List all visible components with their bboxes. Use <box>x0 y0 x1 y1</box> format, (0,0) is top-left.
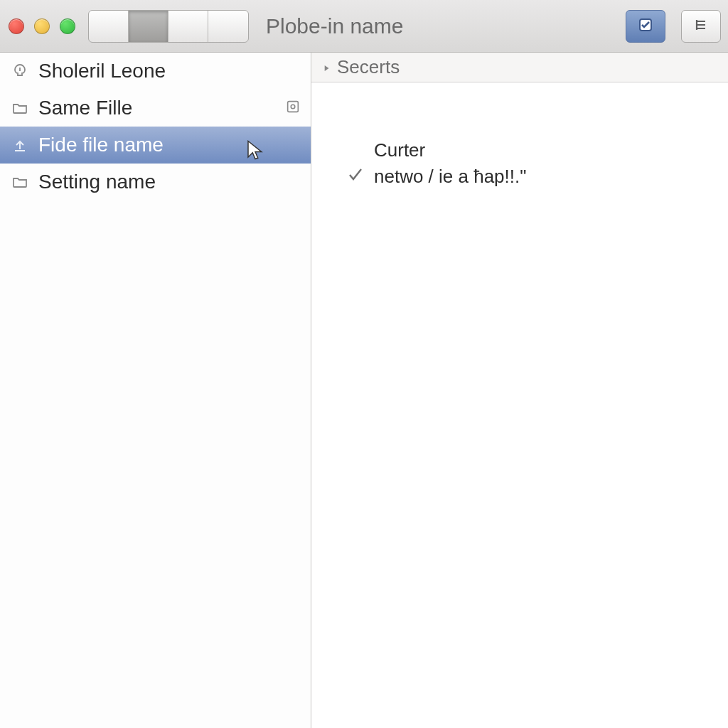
content-line: netwo / ie a ħap!!." <box>347 166 692 188</box>
view-segmented-control <box>88 10 249 43</box>
svg-point-6 <box>291 105 295 109</box>
sidebar-item-label: Sholeril Leone <box>38 60 166 82</box>
window-title: Plobe-in name <box>262 14 613 38</box>
close-window-button[interactable] <box>9 18 24 34</box>
zoom-window-button[interactable] <box>60 18 75 34</box>
preview-icon <box>285 97 301 119</box>
sidebar: Sholeril Leone Same Fille Fide file name… <box>0 53 311 728</box>
download-view-button[interactable] <box>89 11 129 42</box>
svg-rect-5 <box>288 102 299 112</box>
sidebar-item-label: Same Fille <box>38 97 132 119</box>
sidebar-item-label: Setting name <box>38 171 156 193</box>
sound-button[interactable] <box>208 11 248 42</box>
checkbox-checked-icon <box>637 16 654 36</box>
content-pane: Secerts Curter netwo / ie a ħap!!." <box>311 53 728 728</box>
menu-icon <box>692 16 710 36</box>
content-body: Curter netwo / ie a ħap!!." <box>311 82 728 245</box>
checkmark-icon <box>347 166 364 188</box>
window-controls <box>9 18 75 34</box>
folder-icon <box>10 172 30 192</box>
toolbar-right-buttons <box>626 10 721 43</box>
content-line-text: netwo / ie a ħap!!." <box>374 166 526 188</box>
sidebar-item-sholeril[interactable]: Sholeril Leone <box>0 53 311 90</box>
checkbox-toggle-button[interactable] <box>626 10 665 43</box>
folder-icon <box>10 98 30 118</box>
disclosure-triangle-icon <box>321 56 331 78</box>
sidebar-item-fide-file[interactable]: Fide file name <box>0 127 311 164</box>
upload-icon <box>10 135 30 155</box>
section-header-label: Secerts <box>337 56 400 78</box>
minimize-window-button[interactable] <box>34 18 50 34</box>
grid-view-button[interactable] <box>129 11 168 42</box>
main-split: Sholeril Leone Same Fille Fide file name… <box>0 53 728 728</box>
content-title: Curter <box>374 139 692 161</box>
menu-button[interactable] <box>681 10 721 43</box>
text-cursor-view-button[interactable] <box>168 11 208 42</box>
pointer-icon <box>10 61 30 81</box>
toolbar: Plobe-in name <box>0 0 728 53</box>
sidebar-item-same-fille[interactable]: Same Fille <box>0 90 311 127</box>
section-header[interactable]: Secerts <box>311 53 728 82</box>
sidebar-item-label: Fide file name <box>38 134 164 156</box>
sidebar-item-setting-name[interactable]: Setting name <box>0 164 311 200</box>
